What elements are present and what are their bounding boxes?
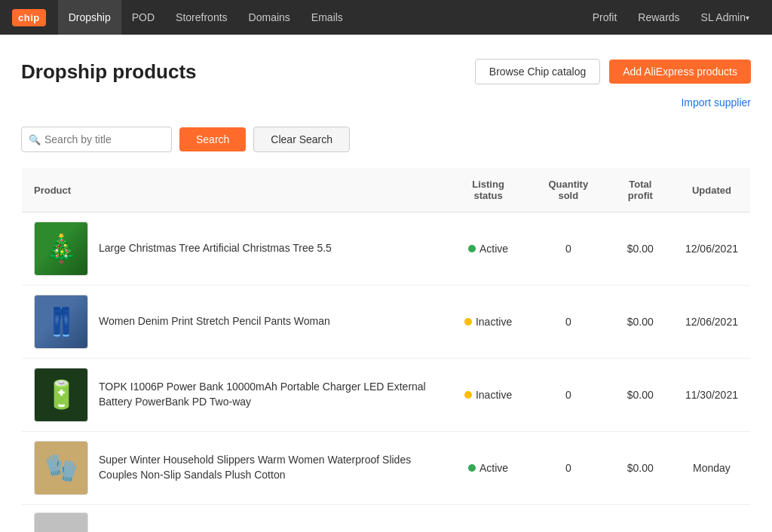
quantity-sold-cell: 0	[529, 286, 608, 359]
total-profit-cell: $0.00	[608, 286, 673, 359]
nav-profit[interactable]: Profit	[582, 0, 628, 35]
total-profit-cell: $0.00	[608, 212, 673, 286]
listing-status-cell: Inactive	[447, 286, 529, 359]
product-cell: TOPK I1006P Power Bank 10000mAh Portable…	[22, 359, 448, 432]
page-title: Dropship products	[21, 60, 475, 84]
status-dot	[468, 245, 476, 252]
table-row: TOPK I1006P Power Bank 10000mAh Portable…	[22, 359, 751, 432]
col-listing-status: Listing status	[447, 168, 529, 212]
page-header: Dropship products Browse Chip catalog Ad…	[21, 59, 751, 84]
partial-thumbnail	[34, 512, 88, 532]
clear-search-button[interactable]: Clear Search	[253, 127, 350, 152]
updated-cell: 12/06/2021	[673, 286, 751, 359]
listing-status-cell: Inactive	[447, 359, 529, 432]
nav-link-domains[interactable]: Domains	[238, 0, 301, 35]
search-button[interactable]: Search	[179, 127, 246, 151]
quantity-sold-cell: 0	[529, 212, 608, 286]
col-product: Product	[22, 168, 448, 212]
col-total-profit: Total profit	[608, 168, 673, 212]
product-thumbnail	[34, 441, 88, 495]
product-thumbnail	[34, 295, 88, 349]
status-badge: Active	[468, 243, 508, 255]
partial-row-cell	[22, 505, 751, 533]
product-thumbnail	[34, 222, 88, 276]
status-badge: Inactive	[464, 316, 512, 328]
import-supplier-link: Import supplier	[21, 96, 751, 109]
table-row: Super Winter Household Slippers Warm Wom…	[22, 432, 751, 505]
product-thumbnail	[34, 368, 88, 422]
status-dot	[464, 318, 472, 326]
col-quantity-sold: Quantity sold	[529, 168, 608, 212]
quantity-sold-cell: 0	[529, 359, 608, 432]
nav-link-emails[interactable]: Emails	[301, 0, 354, 35]
nav-link-storefronts[interactable]: Storefronts	[165, 0, 237, 35]
search-icon: 🔍	[29, 134, 41, 145]
app-logo[interactable]: chip	[12, 9, 46, 26]
partial-row	[22, 505, 751, 533]
status-label: Active	[479, 462, 508, 474]
products-table: Product Listing status Quantity sold Tot…	[21, 167, 751, 532]
total-profit-cell: $0.00	[608, 432, 673, 505]
status-label: Inactive	[476, 316, 512, 328]
nav-link-pod[interactable]: POD	[121, 0, 165, 35]
table-row: Women Denim Print Stretch Pencil Pants W…	[22, 286, 751, 359]
import-supplier-anchor[interactable]: Import supplier	[681, 96, 751, 109]
search-input-wrap: 🔍	[21, 127, 172, 152]
header-actions: Browse Chip catalog Add AliExpress produ…	[475, 59, 751, 84]
table-body: Large Christmas Tree Artificial Christma…	[22, 212, 751, 533]
status-badge: Active	[468, 462, 508, 474]
product-name: Women Denim Print Stretch Pencil Pants W…	[99, 314, 330, 329]
status-badge: Inactive	[464, 389, 512, 401]
product-name: Super Winter Household Slippers Warm Wom…	[99, 453, 435, 482]
nav-links: Dropship POD Storefronts Domains Emails	[58, 0, 582, 35]
table-header: Product Listing status Quantity sold Tot…	[22, 168, 751, 212]
product-cell: Super Winter Household Slippers Warm Wom…	[22, 432, 448, 505]
updated-cell: 11/30/2021	[673, 359, 751, 432]
status-dot	[464, 391, 472, 399]
search-bar: 🔍 Search Clear Search	[21, 127, 751, 152]
status-label: Inactive	[476, 389, 512, 401]
product-name: TOPK I1006P Power Bank 10000mAh Portable…	[99, 380, 435, 409]
updated-cell: Monday	[673, 432, 751, 505]
product-cell: Large Christmas Tree Artificial Christma…	[22, 212, 448, 286]
nav-link-dropship[interactable]: Dropship	[58, 0, 121, 35]
quantity-sold-cell: 0	[529, 432, 608, 505]
product-cell: Women Denim Print Stretch Pencil Pants W…	[22, 286, 448, 359]
nav-rewards[interactable]: Rewards	[627, 0, 690, 35]
status-dot	[468, 464, 476, 472]
browse-chip-button[interactable]: Browse Chip catalog	[475, 59, 600, 84]
listing-status-cell: Active	[447, 432, 529, 505]
navbar: chip Dropship POD Storefronts Domains Em…	[0, 0, 772, 35]
nav-right: Profit Rewards SL Admin	[582, 0, 760, 35]
nav-sl-admin[interactable]: SL Admin	[691, 0, 760, 35]
search-input[interactable]	[21, 127, 172, 152]
listing-status-cell: Active	[447, 212, 529, 286]
add-aliexpress-button[interactable]: Add AliExpress products	[609, 60, 751, 84]
product-name: Large Christmas Tree Artificial Christma…	[99, 241, 332, 256]
total-profit-cell: $0.00	[608, 359, 673, 432]
main-content: Dropship products Browse Chip catalog Ad…	[0, 35, 772, 532]
status-label: Active	[479, 243, 508, 255]
updated-cell: 12/06/2021	[673, 212, 751, 286]
col-updated: Updated	[673, 168, 751, 212]
table-row: Large Christmas Tree Artificial Christma…	[22, 212, 751, 286]
